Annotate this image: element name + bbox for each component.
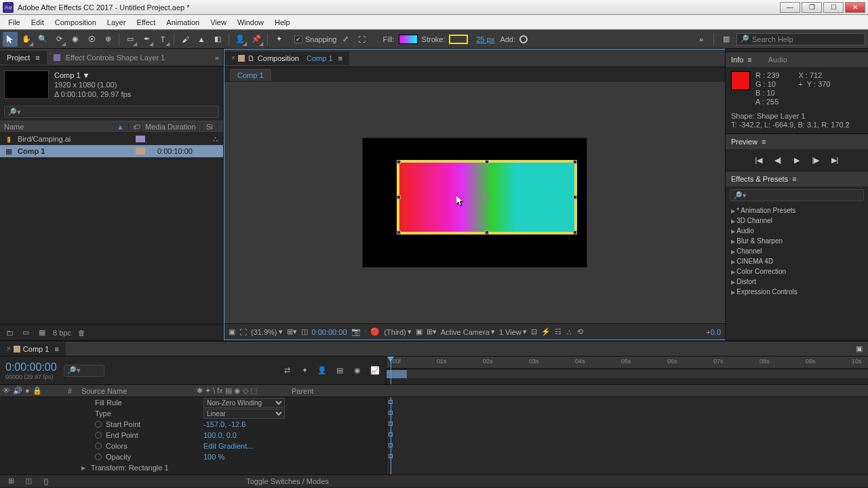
property-value[interactable]: Edit Gradient... (203, 442, 253, 450)
property-value[interactable]: 100.0, 0.0 (203, 431, 237, 439)
rotate-tool[interactable]: ◉ (68, 32, 83, 47)
playhead[interactable] (391, 357, 391, 384)
snap-option-2[interactable]: ⛶ (355, 32, 370, 47)
first-frame-button[interactable]: |◀ (753, 155, 764, 165)
timeline-tab[interactable]: × Comp 1 ≡ (0, 342, 66, 356)
transform-handle[interactable] (397, 195, 401, 199)
graph-editor-button[interactable]: 📈 (370, 365, 380, 376)
snapshot-button[interactable]: 📷 (351, 327, 361, 336)
pan-behind-tool[interactable]: ⊕ (100, 32, 115, 47)
menu-help[interactable]: Help (269, 17, 296, 28)
workspace-button[interactable]: ▥ (719, 32, 734, 47)
snapping-checkbox[interactable] (294, 35, 302, 43)
label-swatch[interactable] (136, 148, 145, 155)
snapping-toggle[interactable]: Snapping (294, 35, 337, 43)
view-layout-dropdown[interactable]: 1 View ▾ (499, 327, 527, 336)
property-dropdown[interactable]: Linear (203, 409, 285, 419)
timeline-search-input[interactable]: 🔎▾ (64, 365, 104, 377)
always-preview-button[interactable]: ▣ (229, 327, 235, 336)
grid-button[interactable]: ⊞▾ (427, 327, 437, 336)
quality-dropdown[interactable]: (Third) ▾ (384, 327, 411, 336)
switch-icon[interactable]: ✦ (205, 386, 211, 395)
panel-menu-icon[interactable]: ≡ (338, 54, 342, 62)
orbit-tool[interactable]: ⟳◢ (52, 32, 66, 47)
new-comp-button[interactable]: ▦ (37, 327, 47, 338)
effects-category[interactable]: CINEMA 4D (726, 256, 868, 266)
navigator-thumb[interactable] (387, 370, 407, 378)
property-value[interactable]: -157.0, -12.6 (203, 420, 245, 428)
transform-handle[interactable] (485, 230, 489, 235)
effects-search-input[interactable]: 🔎▾ (730, 189, 864, 201)
menu-window[interactable]: Window (232, 17, 269, 28)
pixel-aspect-button[interactable]: ⊡ (531, 327, 537, 336)
stopwatch-icon[interactable] (95, 443, 102, 449)
selection-tool[interactable] (3, 32, 18, 47)
audio-tab[interactable]: Audio (768, 56, 787, 64)
project-item-ai[interactable]: ▮ Bird/Camping.ai ⛬ (0, 133, 223, 145)
switch-icon[interactable]: ✱ (197, 386, 203, 395)
fast-preview-button[interactable]: ⚡ (541, 327, 551, 336)
search-help-input[interactable]: 🔎 Search Help (736, 33, 865, 45)
effects-category[interactable]: Blur & Sharpen (726, 236, 868, 246)
menu-edit[interactable]: Edit (26, 17, 50, 28)
toggle-mask-button[interactable]: ▣ (416, 327, 422, 336)
camera-dropdown[interactable]: Active Camera ▾ (441, 327, 495, 336)
project-item-comp[interactable]: ▦ Comp 1 0:00:10:00 (0, 145, 223, 157)
comp-name[interactable]: Comp 1 ▼ (54, 70, 131, 80)
effects-category[interactable]: Expression Controls (726, 287, 868, 297)
puppet-tool[interactable]: 📌◢ (249, 32, 264, 47)
toggle-switches-modes[interactable]: Toggle Switches / Modes (246, 477, 329, 485)
panel-overflow[interactable]: » (211, 54, 223, 62)
property-row[interactable]: ColorsEdit Gradient... (0, 441, 386, 451)
effects-category[interactable]: Distort (726, 277, 868, 287)
effects-category[interactable]: 3D Channel (726, 216, 868, 226)
property-row[interactable]: Fill RuleNon-Zero Winding (0, 397, 386, 408)
menu-view[interactable]: View (205, 17, 232, 28)
keyframe-marker[interactable] (389, 443, 393, 447)
effects-presets-tab[interactable]: Effects & Presets (731, 175, 788, 183)
panel-menu-icon[interactable]: ≡ (747, 56, 751, 64)
transform-handle[interactable] (573, 195, 577, 199)
video-column-icon[interactable]: 👁 (3, 386, 10, 395)
flowchart-icon[interactable]: ⛬ (212, 135, 219, 143)
render-queue-button[interactable]: ▣ (850, 344, 868, 353)
composition-tab[interactable]: × 🗋 Composition Comp 1 ≡ (224, 52, 349, 65)
effects-category[interactable]: Color Correction (726, 266, 868, 277)
transform-handle[interactable] (397, 160, 401, 164)
interpret-footage-button[interactable]: 🗀 (4, 327, 15, 338)
camera-tool[interactable]: ⦿ (84, 32, 99, 47)
composition-viewport[interactable] (224, 82, 725, 323)
timeline-footer-btn[interactable]: {} (41, 476, 52, 487)
transform-handle[interactable] (573, 160, 577, 164)
roi-button[interactable]: ◫ (301, 327, 308, 336)
menu-layer[interactable]: Layer (102, 17, 132, 28)
type-tool[interactable]: T◢ (155, 32, 170, 47)
keyframe-marker[interactable] (389, 411, 393, 415)
audio-column-icon[interactable]: 🔊 (13, 386, 22, 395)
property-dropdown[interactable]: Non-Zero Winding (203, 398, 285, 408)
current-time-field[interactable]: 0:00:00:00 (312, 328, 347, 336)
stopwatch-icon[interactable] (95, 421, 102, 428)
play-button[interactable]: ▶ (791, 155, 802, 165)
channel-button[interactable]: 🔴 (370, 327, 380, 336)
comp-mini-flowchart[interactable]: ⇄ (281, 365, 292, 376)
overflow-toolbar[interactable]: » (694, 32, 709, 47)
effects-category[interactable]: Audio (726, 226, 868, 236)
keyframe-marker[interactable] (389, 400, 393, 404)
project-tab[interactable]: Project≡ (0, 51, 47, 64)
keyframe-marker[interactable] (389, 454, 393, 458)
fill-swatch[interactable] (399, 35, 418, 44)
timeline-footer-btn[interactable]: ◫ (23, 476, 34, 487)
hand-tool[interactable]: ✋◢ (19, 32, 34, 47)
timeline-footer-btn[interactable]: ⊞ (5, 476, 16, 487)
maximize-button[interactable]: ☐ (823, 2, 844, 13)
flowchart-button[interactable]: ⛬ (566, 328, 573, 336)
stroke-swatch[interactable] (449, 35, 468, 44)
effects-category[interactable]: * Animation Presets (726, 205, 868, 216)
anchor-point-icon[interactable] (483, 193, 491, 201)
panel-menu-icon[interactable]: ≡ (35, 54, 39, 62)
close-icon[interactable]: × (231, 54, 235, 62)
new-folder-button[interactable]: ▭ (20, 327, 31, 338)
draft-3d-button[interactable]: ✦ (299, 365, 310, 376)
property-value[interactable]: 100 % (203, 453, 224, 461)
